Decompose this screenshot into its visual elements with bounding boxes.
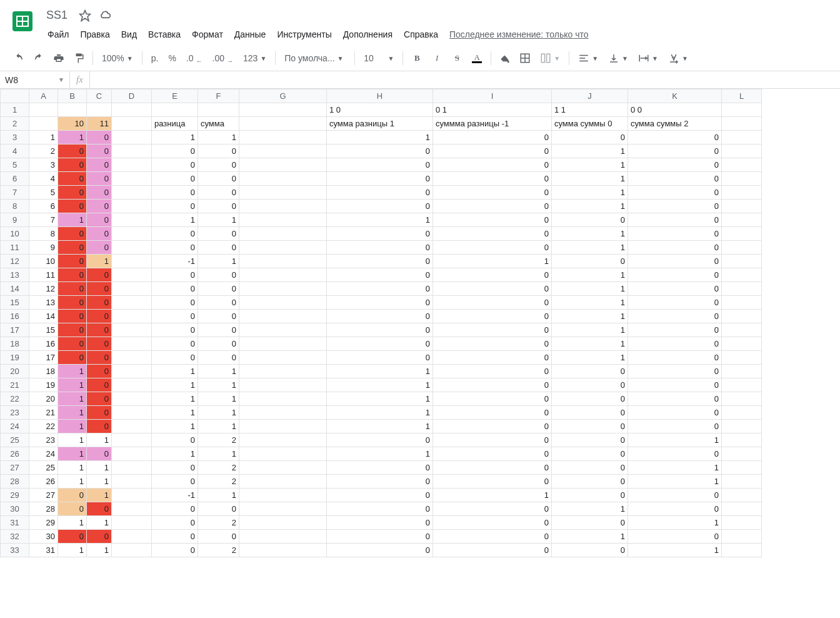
cell[interactable]: 28	[29, 502, 58, 516]
cell[interactable]: 0	[87, 337, 112, 351]
cell[interactable]: 0	[327, 241, 433, 255]
cell[interactable]	[112, 227, 152, 241]
cell[interactable]	[722, 310, 762, 323]
cell[interactable]: 1	[58, 213, 87, 227]
cell[interactable]	[112, 337, 152, 351]
cell[interactable]: 0	[327, 296, 433, 310]
last-edit-link[interactable]: Последнее изменение: только что	[444, 27, 594, 42]
cell[interactable]: 0 1	[433, 103, 552, 117]
more-formats-dropdown[interactable]: 123▼	[239, 51, 270, 66]
bold-button[interactable]: B	[408, 49, 426, 67]
cell[interactable]: 1	[552, 186, 628, 200]
cell[interactable]	[239, 131, 327, 144]
fill-color-button[interactable]	[496, 49, 514, 67]
cell[interactable]: 7	[29, 213, 58, 227]
cell[interactable]: 0	[433, 433, 552, 447]
cell[interactable]: 24	[29, 447, 58, 461]
cell[interactable]: 1	[29, 131, 58, 144]
strikethrough-button[interactable]: S	[448, 49, 466, 67]
cell[interactable]: 0	[433, 502, 552, 516]
cell[interactable]	[239, 337, 327, 351]
cell[interactable]: 0	[152, 296, 198, 310]
cell[interactable]: 1	[327, 392, 433, 406]
cell[interactable]	[722, 351, 762, 365]
star-icon[interactable]	[79, 9, 91, 22]
cell[interactable]: 0	[58, 337, 87, 351]
menu-инструменты[interactable]: Инструменты	[272, 27, 336, 42]
cell[interactable]: 0	[327, 433, 433, 447]
cell[interactable]: 1	[58, 378, 87, 392]
cell[interactable]	[722, 227, 762, 241]
row-header[interactable]: 29	[1, 489, 29, 502]
doc-title[interactable]: SS1	[42, 8, 71, 23]
cell[interactable]: 1	[87, 475, 112, 489]
cell[interactable]	[239, 117, 327, 131]
cell[interactable]: 22	[29, 420, 58, 433]
cell[interactable]	[112, 544, 152, 557]
cell[interactable]	[152, 103, 198, 117]
cell[interactable]: 1	[87, 433, 112, 447]
cell[interactable]: 1	[552, 310, 628, 323]
cell[interactable]: 0	[433, 447, 552, 461]
cell[interactable]: 0	[433, 406, 552, 420]
paint-format-button[interactable]	[70, 49, 88, 67]
cell[interactable]: 0	[152, 323, 198, 337]
cell[interactable]	[112, 172, 152, 186]
cell[interactable]: 0	[87, 213, 112, 227]
row-header[interactable]: 28	[1, 475, 29, 489]
cell[interactable]: 1	[552, 351, 628, 365]
cell[interactable]: 1	[198, 131, 239, 144]
cell[interactable]: 11	[87, 117, 112, 131]
cell[interactable]: 0	[327, 351, 433, 365]
cell[interactable]: 21	[29, 406, 58, 420]
vertical-align-dropdown[interactable]: ▼	[604, 50, 632, 66]
cell[interactable]	[722, 378, 762, 392]
cell[interactable]: 0	[552, 420, 628, 433]
cell[interactable]	[112, 351, 152, 365]
cell[interactable]	[112, 310, 152, 323]
row-header[interactable]: 25	[1, 433, 29, 447]
cell[interactable]	[112, 502, 152, 516]
cell[interactable]: 31	[29, 544, 58, 557]
cell[interactable]: 0	[628, 337, 722, 351]
col-header-E[interactable]: E	[152, 89, 198, 103]
cell[interactable]	[239, 255, 327, 268]
cell[interactable]: 1	[552, 200, 628, 213]
cell[interactable]: 0	[552, 516, 628, 530]
cell[interactable]	[722, 489, 762, 502]
col-header-I[interactable]: I	[433, 89, 552, 103]
cell[interactable]	[112, 433, 152, 447]
cell[interactable]: 0	[552, 213, 628, 227]
cell[interactable]	[239, 200, 327, 213]
row-header[interactable]: 27	[1, 461, 29, 475]
cell[interactable]	[239, 461, 327, 475]
cell[interactable]: 1	[152, 378, 198, 392]
cell[interactable]: 0	[87, 282, 112, 296]
cell[interactable]: 1	[58, 447, 87, 461]
cell[interactable]: 0	[628, 255, 722, 268]
cell[interactable]: 1	[198, 447, 239, 461]
cell[interactable]	[112, 117, 152, 131]
cell[interactable]: 0	[552, 461, 628, 475]
menu-данные[interactable]: Данные	[229, 27, 271, 42]
text-rotation-dropdown[interactable]: ▼	[664, 50, 692, 66]
cell[interactable]: 0	[152, 200, 198, 213]
cell[interactable]	[239, 502, 327, 516]
cell[interactable]: 1	[552, 241, 628, 255]
cell[interactable]: 0	[87, 172, 112, 186]
cell[interactable]: 1	[628, 433, 722, 447]
cell[interactable]	[722, 213, 762, 227]
cell[interactable]: 1	[327, 378, 433, 392]
cell[interactable]: 0	[327, 544, 433, 557]
cell[interactable]	[239, 544, 327, 557]
cell[interactable]: 0	[58, 158, 87, 172]
text-color-button[interactable]: A	[468, 49, 486, 67]
cell[interactable]: 0	[327, 489, 433, 502]
cell[interactable]	[239, 351, 327, 365]
cell[interactable]: 1	[552, 323, 628, 337]
cell[interactable]	[722, 268, 762, 282]
cell[interactable]: 2	[198, 461, 239, 475]
cell[interactable]: 0	[152, 433, 198, 447]
cell[interactable]: 0	[152, 310, 198, 323]
cell[interactable]	[722, 365, 762, 378]
